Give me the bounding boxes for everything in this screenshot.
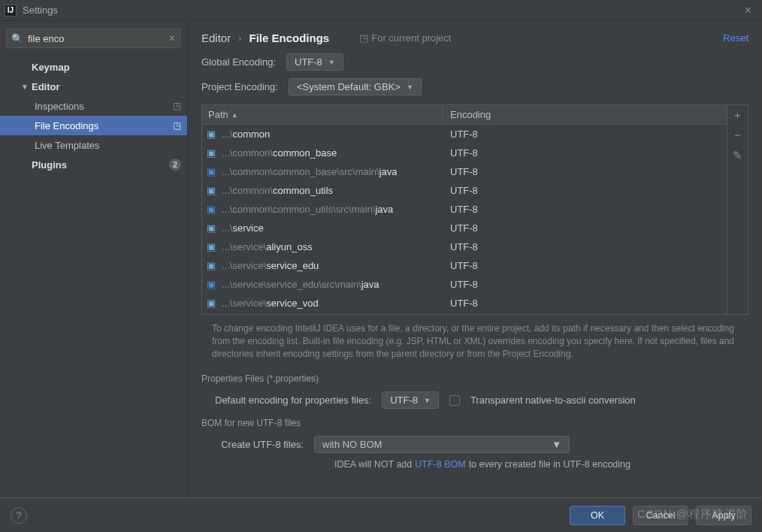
tree-item-keymap[interactable]: Keymap [0,57,187,77]
edit-row-icon[interactable]: ✎ [733,149,742,162]
create-utf8-combo[interactable]: with NO BOM ▼ [314,436,570,453]
apply-button[interactable]: Apply [696,506,751,525]
crumb-editor[interactable]: Editor [201,32,231,44]
table-row[interactable]: ▣...\service\service_eduUTF-8 [202,256,727,275]
plugins-badge: 2 [169,159,181,171]
path-column-header[interactable]: Path ▲ [202,105,443,124]
encoding-column-header[interactable]: Encoding [443,105,727,124]
table-row[interactable]: ▣...\common\common_base\src\main\javaUTF… [202,162,727,181]
encoding-table: Path ▲ Encoding ▣...\commonUTF-8▣...\com… [201,104,748,315]
combo-value: <System Default: GBK> [297,81,401,92]
tree-item-live-templates[interactable]: Live Templates [0,135,187,155]
cancel-button[interactable]: Cancel [633,506,688,525]
table-row[interactable]: ▣...\common\common_utils\src\main\javaUT… [202,200,727,219]
folder-icon: ▣ [207,166,217,177]
encoding-cell[interactable]: UTF-8 [443,298,727,309]
encoding-cell[interactable]: UTF-8 [443,128,727,140]
tree-label: Plugins [32,159,67,171]
encoding-cell[interactable]: UTF-8 [443,166,727,177]
transparent-ascii-label: Transparent native-to-ascii conversion [470,394,636,406]
chevron-down-icon: ▼ [407,83,413,91]
help-button[interactable]: ? [11,507,27,524]
create-utf8-label: Create UTF-8 files: [215,439,304,450]
table-row[interactable]: ▣...\service\aliyun_ossUTF-8 [202,237,727,256]
folder-icon: ▣ [207,222,217,234]
tree-label: File Encodings [35,120,98,131]
global-encoding-combo[interactable]: UTF-8 ▼ [286,53,343,71]
table-row[interactable]: ▣...\service\service_edu\src\main\javaUT… [202,275,727,294]
app-icon: IJ [5,5,17,17]
table-row[interactable]: ▣...\serviceUTF-8 [202,219,727,237]
table-row[interactable]: ▣...\common\common_baseUTF-8 [202,144,727,162]
reset-link[interactable]: Reset [723,32,748,44]
encoding-cell[interactable]: UTF-8 [443,185,727,196]
properties-section-title: Properties Files (*.properties) [201,373,748,384]
bom-section-title: BOM for new UTF-8 files [201,418,748,428]
chevron-down-icon: ▼ [552,439,561,450]
folder-icon: ▣ [207,241,217,252]
chevron-down-icon: ▼ [21,83,29,91]
encoding-cell[interactable]: UTF-8 [443,222,727,234]
table-row[interactable]: ▣E:\Project\edu_online_educationUTF-8 [202,313,727,314]
combo-value: UTF-8 [295,56,322,68]
chevron-right-icon: › [238,32,241,44]
path-cell: ▣...\common\common_utils [202,185,443,196]
encoding-cell[interactable]: UTF-8 [443,147,727,159]
transparent-ascii-checkbox[interactable] [449,395,460,406]
encoding-cell[interactable]: UTF-8 [443,279,727,290]
encoding-cell[interactable]: UTF-8 [443,204,727,215]
close-icon[interactable]: × [739,4,757,17]
folder-icon: ▣ [207,298,217,309]
tree-item-inspections[interactable]: Inspections ◳ [0,96,187,116]
folder-icon: ▣ [207,204,217,215]
table-row[interactable]: ▣...\commonUTF-8 [202,125,727,144]
tree-item-plugins[interactable]: Plugins 2 [0,155,187,174]
chevron-down-icon: ▼ [424,397,431,404]
folder-icon: ▣ [207,128,217,140]
project-encoding-label: Project Encoding: [201,81,278,92]
tree-label: Editor [32,81,60,92]
remove-row-icon[interactable]: − [734,128,741,141]
path-cell: ▣...\common [202,128,443,140]
scope-icon: ◳ [173,101,181,111]
combo-value: UTF-8 [390,394,418,406]
combo-value: with NO BOM [322,439,382,450]
encoding-cell[interactable]: UTF-8 [443,260,727,271]
search-input-wrap[interactable]: 🔍 ✕ [6,29,181,48]
properties-encoding-combo[interactable]: UTF-8 ▼ [382,391,439,409]
table-row[interactable]: ▣...\common\common_utilsUTF-8 [202,181,727,200]
description-text: To change encoding IntelliJ IDEA uses fo… [201,315,748,364]
bom-note: IDEA will NOT add UTF-8 BOM to every cre… [292,459,660,470]
clear-search-icon[interactable]: ✕ [168,33,176,44]
folder-icon: ▣ [207,260,217,271]
tree-item-file-encodings[interactable]: File Encodings ◳ [0,116,187,135]
path-cell: ▣...\common\common_base [202,147,443,159]
path-cell: ▣...\common\common_utils\src\main\java [202,204,443,215]
table-header: Path ▲ Encoding [202,105,727,125]
add-row-icon[interactable]: + [734,108,741,121]
project-encoding-combo[interactable]: <System Default: GBK> ▼ [289,78,422,95]
properties-encoding-label: Default encoding for properties files: [215,394,371,406]
scope-icon: ◳ [359,32,368,44]
tree-label: Keymap [32,62,70,73]
scope-label: ◳For current project [359,32,451,44]
path-cell: ▣...\service\aliyun_oss [202,241,443,252]
tree-label: Live Templates [35,140,99,151]
encoding-cell[interactable]: UTF-8 [443,241,727,252]
chevron-down-icon: ▼ [328,59,335,66]
table-toolbar: + − ✎ [727,105,748,314]
scope-icon: ◳ [173,120,181,131]
folder-icon: ▣ [207,147,217,159]
tree-item-editor[interactable]: ▼Editor [0,77,187,96]
ok-button[interactable]: OK [570,506,625,525]
breadcrumb: Editor › File Encodings ◳For current pro… [201,32,748,44]
settings-tree: Keymap ▼Editor Inspections ◳ File Encodi… [0,54,187,177]
tree-label: Inspections [35,101,84,112]
titlebar: IJ Settings × [0,0,762,21]
search-icon: 🔍 [11,33,23,44]
folder-icon: ▣ [207,185,217,196]
table-row[interactable]: ▣...\service\service_vodUTF-8 [202,294,727,313]
utf8-bom-link[interactable]: UTF-8 BOM [415,459,465,470]
path-cell: ▣...\service\service_edu\src\main\java [202,279,443,290]
search-input[interactable] [28,33,164,44]
